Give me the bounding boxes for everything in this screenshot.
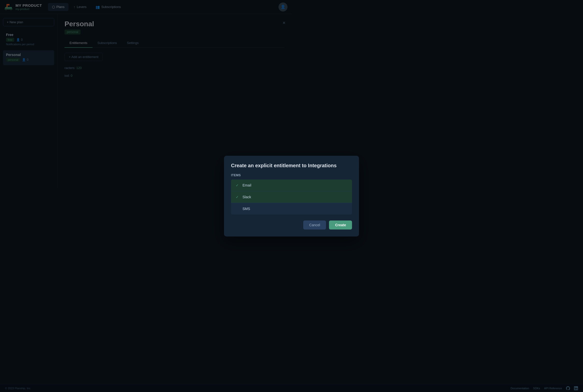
items-list: ✓ Email ✓ Slack SMS xyxy=(231,180,292,196)
check-email-icon: ✓ xyxy=(235,183,240,188)
check-slack-icon: ✓ xyxy=(235,195,240,196)
item-slack[interactable]: ✓ Slack xyxy=(231,191,292,196)
item-email[interactable]: ✓ Email xyxy=(231,180,292,191)
modal-overlay: Create an explicit entitlement to Integr… xyxy=(0,0,292,196)
modal-section-label: Items xyxy=(231,174,292,177)
modal-title: Create an explicit entitlement to Integr… xyxy=(231,163,292,168)
item-slack-label: Slack xyxy=(242,195,251,196)
modal: Create an explicit entitlement to Integr… xyxy=(224,156,292,196)
item-email-label: Email xyxy=(242,183,251,187)
